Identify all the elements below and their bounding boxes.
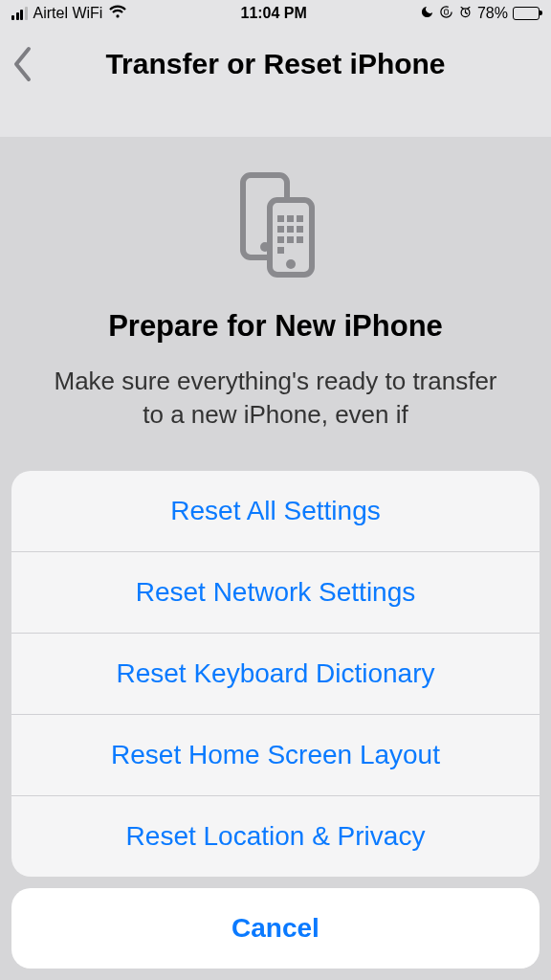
svg-rect-14	[297, 236, 303, 243]
moon-icon	[420, 5, 434, 23]
alarm-icon	[458, 5, 473, 23]
reset-keyboard-dictionary-button[interactable]: Reset Keyboard Dictionary	[11, 634, 540, 715]
svg-rect-11	[297, 226, 303, 233]
status-time: 11:04 PM	[240, 5, 306, 22]
svg-point-0	[441, 6, 452, 16]
svg-rect-10	[287, 226, 294, 233]
main-content: Prepare for New iPhone Make sure everyth…	[0, 137, 551, 432]
cellular-signal-icon	[11, 7, 28, 20]
reset-location-privacy-button[interactable]: Reset Location & Privacy	[11, 796, 540, 877]
cancel-button[interactable]: Cancel	[11, 888, 540, 969]
devices-icon	[0, 167, 551, 282]
svg-rect-15	[277, 247, 284, 254]
battery-icon	[513, 7, 540, 20]
carrier-label: Airtel WiFi	[33, 5, 103, 22]
reset-all-settings-button[interactable]: Reset All Settings	[11, 471, 540, 552]
navigation-bar: Transfer or Reset iPhone	[0, 27, 551, 137]
svg-rect-7	[287, 215, 294, 222]
svg-point-5	[286, 259, 296, 269]
action-sheet: Reset All Settings Reset Network Setting…	[11, 471, 540, 969]
svg-rect-6	[277, 215, 284, 222]
svg-rect-13	[287, 236, 294, 243]
svg-rect-12	[277, 236, 284, 243]
reset-network-settings-button[interactable]: Reset Network Settings	[11, 552, 540, 634]
status-right: 78%	[420, 5, 540, 23]
status-bar: Airtel WiFi 11:04 PM 78%	[0, 0, 551, 27]
svg-rect-9	[277, 226, 284, 233]
orientation-lock-icon	[439, 5, 453, 23]
battery-label: 78%	[477, 5, 508, 22]
prepare-body: Make sure everything's ready to transfer…	[0, 365, 551, 432]
sheet-options: Reset All Settings Reset Network Setting…	[11, 471, 540, 877]
status-left: Airtel WiFi	[11, 4, 127, 24]
wifi-icon	[108, 4, 127, 24]
back-button[interactable]	[11, 46, 33, 88]
prepare-title: Prepare for New iPhone	[0, 309, 551, 344]
reset-home-screen-layout-button[interactable]: Reset Home Screen Layout	[11, 715, 540, 796]
svg-rect-8	[297, 215, 303, 222]
page-title: Transfer or Reset iPhone	[105, 48, 445, 80]
